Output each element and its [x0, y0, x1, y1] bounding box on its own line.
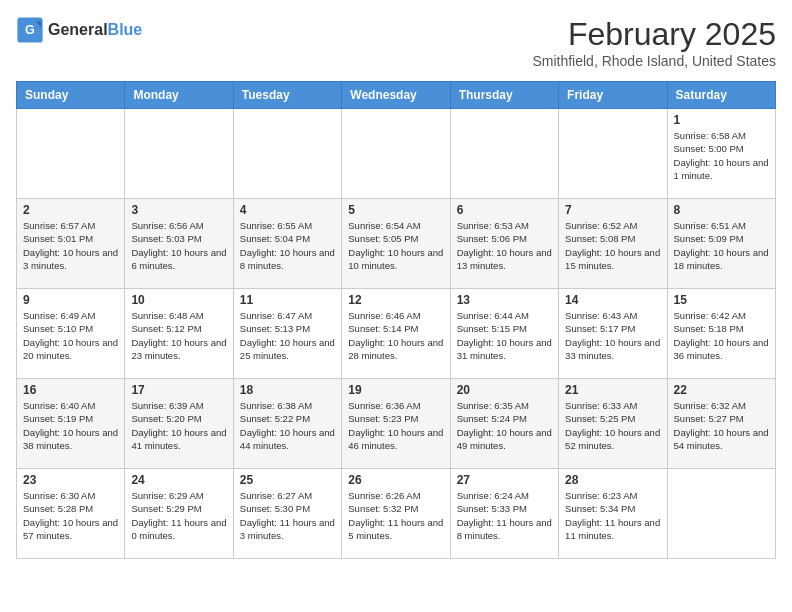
- day-info: Sunrise: 6:58 AM Sunset: 5:00 PM Dayligh…: [674, 129, 769, 182]
- calendar-day-cell: [559, 109, 667, 199]
- day-number: 22: [674, 383, 769, 397]
- day-number: 8: [674, 203, 769, 217]
- logo-general: General: [48, 21, 108, 38]
- calendar-day-cell: 19Sunrise: 6:36 AM Sunset: 5:23 PM Dayli…: [342, 379, 450, 469]
- day-of-week-header: Friday: [559, 82, 667, 109]
- calendar-day-cell: 16Sunrise: 6:40 AM Sunset: 5:19 PM Dayli…: [17, 379, 125, 469]
- calendar-day-cell: 22Sunrise: 6:32 AM Sunset: 5:27 PM Dayli…: [667, 379, 775, 469]
- day-info: Sunrise: 6:29 AM Sunset: 5:29 PM Dayligh…: [131, 489, 226, 542]
- calendar-day-cell: 26Sunrise: 6:26 AM Sunset: 5:32 PM Dayli…: [342, 469, 450, 559]
- day-of-week-header: Tuesday: [233, 82, 341, 109]
- title-section: February 2025 Smithfield, Rhode Island, …: [532, 16, 776, 69]
- day-info: Sunrise: 6:23 AM Sunset: 5:34 PM Dayligh…: [565, 489, 660, 542]
- day-info: Sunrise: 6:49 AM Sunset: 5:10 PM Dayligh…: [23, 309, 118, 362]
- day-number: 24: [131, 473, 226, 487]
- day-number: 11: [240, 293, 335, 307]
- day-number: 26: [348, 473, 443, 487]
- calendar-day-cell: [125, 109, 233, 199]
- calendar-day-cell: 28Sunrise: 6:23 AM Sunset: 5:34 PM Dayli…: [559, 469, 667, 559]
- calendar-day-cell: [17, 109, 125, 199]
- calendar-day-cell: 9Sunrise: 6:49 AM Sunset: 5:10 PM Daylig…: [17, 289, 125, 379]
- day-number: 6: [457, 203, 552, 217]
- calendar-day-cell: 5Sunrise: 6:54 AM Sunset: 5:05 PM Daylig…: [342, 199, 450, 289]
- calendar-day-cell: 1Sunrise: 6:58 AM Sunset: 5:00 PM Daylig…: [667, 109, 775, 199]
- day-number: 21: [565, 383, 660, 397]
- day-info: Sunrise: 6:57 AM Sunset: 5:01 PM Dayligh…: [23, 219, 118, 272]
- calendar-day-cell: [233, 109, 341, 199]
- day-number: 18: [240, 383, 335, 397]
- calendar-day-cell: 14Sunrise: 6:43 AM Sunset: 5:17 PM Dayli…: [559, 289, 667, 379]
- calendar-day-cell: 8Sunrise: 6:51 AM Sunset: 5:09 PM Daylig…: [667, 199, 775, 289]
- day-info: Sunrise: 6:39 AM Sunset: 5:20 PM Dayligh…: [131, 399, 226, 452]
- calendar-week-row: 2Sunrise: 6:57 AM Sunset: 5:01 PM Daylig…: [17, 199, 776, 289]
- logo: G GeneralBlue: [16, 16, 142, 44]
- calendar-day-cell: 20Sunrise: 6:35 AM Sunset: 5:24 PM Dayli…: [450, 379, 558, 469]
- calendar-week-row: 9Sunrise: 6:49 AM Sunset: 5:10 PM Daylig…: [17, 289, 776, 379]
- day-info: Sunrise: 6:47 AM Sunset: 5:13 PM Dayligh…: [240, 309, 335, 362]
- calendar-table: SundayMondayTuesdayWednesdayThursdayFrid…: [16, 81, 776, 559]
- calendar-day-cell: 25Sunrise: 6:27 AM Sunset: 5:30 PM Dayli…: [233, 469, 341, 559]
- calendar-day-cell: [342, 109, 450, 199]
- calendar-week-row: 1Sunrise: 6:58 AM Sunset: 5:00 PM Daylig…: [17, 109, 776, 199]
- day-info: Sunrise: 6:27 AM Sunset: 5:30 PM Dayligh…: [240, 489, 335, 542]
- day-of-week-header: Wednesday: [342, 82, 450, 109]
- logo-blue: Blue: [108, 21, 143, 38]
- day-number: 1: [674, 113, 769, 127]
- day-info: Sunrise: 6:48 AM Sunset: 5:12 PM Dayligh…: [131, 309, 226, 362]
- day-number: 16: [23, 383, 118, 397]
- day-number: 10: [131, 293, 226, 307]
- day-info: Sunrise: 6:56 AM Sunset: 5:03 PM Dayligh…: [131, 219, 226, 272]
- day-info: Sunrise: 6:52 AM Sunset: 5:08 PM Dayligh…: [565, 219, 660, 272]
- day-info: Sunrise: 6:42 AM Sunset: 5:18 PM Dayligh…: [674, 309, 769, 362]
- day-info: Sunrise: 6:30 AM Sunset: 5:28 PM Dayligh…: [23, 489, 118, 542]
- page-header: G GeneralBlue February 2025 Smithfield, …: [16, 16, 776, 69]
- day-info: Sunrise: 6:40 AM Sunset: 5:19 PM Dayligh…: [23, 399, 118, 452]
- month-title: February 2025: [532, 16, 776, 53]
- day-number: 9: [23, 293, 118, 307]
- day-of-week-header: Saturday: [667, 82, 775, 109]
- logo-icon: G: [16, 16, 44, 44]
- day-info: Sunrise: 6:44 AM Sunset: 5:15 PM Dayligh…: [457, 309, 552, 362]
- day-number: 15: [674, 293, 769, 307]
- calendar-week-row: 23Sunrise: 6:30 AM Sunset: 5:28 PM Dayli…: [17, 469, 776, 559]
- calendar-day-cell: 11Sunrise: 6:47 AM Sunset: 5:13 PM Dayli…: [233, 289, 341, 379]
- day-number: 2: [23, 203, 118, 217]
- calendar-day-cell: 3Sunrise: 6:56 AM Sunset: 5:03 PM Daylig…: [125, 199, 233, 289]
- calendar-day-cell: 17Sunrise: 6:39 AM Sunset: 5:20 PM Dayli…: [125, 379, 233, 469]
- calendar-day-cell: 2Sunrise: 6:57 AM Sunset: 5:01 PM Daylig…: [17, 199, 125, 289]
- day-of-week-header: Monday: [125, 82, 233, 109]
- day-number: 7: [565, 203, 660, 217]
- day-info: Sunrise: 6:46 AM Sunset: 5:14 PM Dayligh…: [348, 309, 443, 362]
- day-number: 19: [348, 383, 443, 397]
- day-number: 27: [457, 473, 552, 487]
- day-of-week-header: Thursday: [450, 82, 558, 109]
- day-number: 13: [457, 293, 552, 307]
- day-info: Sunrise: 6:38 AM Sunset: 5:22 PM Dayligh…: [240, 399, 335, 452]
- day-info: Sunrise: 6:43 AM Sunset: 5:17 PM Dayligh…: [565, 309, 660, 362]
- day-number: 17: [131, 383, 226, 397]
- day-of-week-header: Sunday: [17, 82, 125, 109]
- day-number: 23: [23, 473, 118, 487]
- day-info: Sunrise: 6:54 AM Sunset: 5:05 PM Dayligh…: [348, 219, 443, 272]
- day-info: Sunrise: 6:32 AM Sunset: 5:27 PM Dayligh…: [674, 399, 769, 452]
- day-number: 4: [240, 203, 335, 217]
- day-number: 25: [240, 473, 335, 487]
- day-info: Sunrise: 6:33 AM Sunset: 5:25 PM Dayligh…: [565, 399, 660, 452]
- svg-text:G: G: [25, 23, 35, 37]
- calendar-day-cell: 10Sunrise: 6:48 AM Sunset: 5:12 PM Dayli…: [125, 289, 233, 379]
- calendar-day-cell: 7Sunrise: 6:52 AM Sunset: 5:08 PM Daylig…: [559, 199, 667, 289]
- day-number: 12: [348, 293, 443, 307]
- day-info: Sunrise: 6:55 AM Sunset: 5:04 PM Dayligh…: [240, 219, 335, 272]
- day-info: Sunrise: 6:26 AM Sunset: 5:32 PM Dayligh…: [348, 489, 443, 542]
- calendar-day-cell: 24Sunrise: 6:29 AM Sunset: 5:29 PM Dayli…: [125, 469, 233, 559]
- calendar-day-cell: 23Sunrise: 6:30 AM Sunset: 5:28 PM Dayli…: [17, 469, 125, 559]
- day-number: 5: [348, 203, 443, 217]
- day-info: Sunrise: 6:24 AM Sunset: 5:33 PM Dayligh…: [457, 489, 552, 542]
- calendar-day-cell: 4Sunrise: 6:55 AM Sunset: 5:04 PM Daylig…: [233, 199, 341, 289]
- calendar-day-cell: 18Sunrise: 6:38 AM Sunset: 5:22 PM Dayli…: [233, 379, 341, 469]
- day-info: Sunrise: 6:51 AM Sunset: 5:09 PM Dayligh…: [674, 219, 769, 272]
- calendar-day-cell: [667, 469, 775, 559]
- day-info: Sunrise: 6:53 AM Sunset: 5:06 PM Dayligh…: [457, 219, 552, 272]
- logo-text: GeneralBlue: [48, 21, 142, 39]
- day-info: Sunrise: 6:36 AM Sunset: 5:23 PM Dayligh…: [348, 399, 443, 452]
